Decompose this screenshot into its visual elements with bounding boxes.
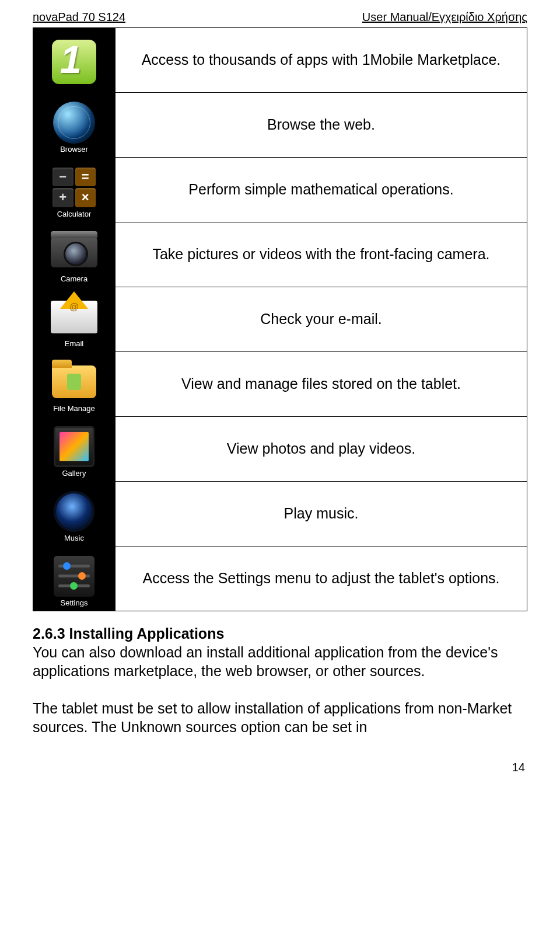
table-row: Camera Take pictures or videos with the … [33, 222, 527, 287]
table-row: Access to thousands of apps with 1Mobile… [33, 28, 527, 93]
icon-cell-1mobile [33, 28, 116, 93]
icon-cell-calculator: −=+× Calculator [33, 158, 116, 222]
header-left: novaPad 70 S124 [33, 11, 125, 24]
icon-label: Camera [61, 274, 88, 286]
table-row: Browser Browse the web. [33, 93, 527, 158]
desc-cell: View photos and play videos. [116, 417, 527, 482]
desc-cell: Access to thousands of apps with 1Mobile… [116, 28, 527, 93]
email-icon [51, 301, 97, 333]
table-row: Music Play music. [33, 482, 527, 546]
icon-cell-gallery: Gallery [33, 417, 116, 482]
table-row: −=+× Calculator Perform simple mathemati… [33, 158, 527, 222]
section-body: 2.6.3 Installing Applications You can al… [33, 624, 527, 736]
manual-page: novaPad 70 S124 User Manual/Εγχειρίδιο Χ… [0, 0, 560, 798]
icon-cell-camera: Camera [33, 222, 116, 287]
icon-label: Calculator [57, 210, 92, 221]
desc-cell: Perform simple mathematical operations. [116, 158, 527, 222]
desc-cell: Access the Settings menu to adjust the t… [116, 546, 527, 611]
globe-icon [53, 102, 95, 144]
desc-cell: View and manage files stored on the tabl… [116, 352, 527, 417]
folder-icon [52, 365, 96, 398]
table-row: Settings Access the Settings menu to adj… [33, 546, 527, 611]
table-row: Gallery View photos and play videos. [33, 417, 527, 482]
icon-label: Email [65, 339, 84, 350]
icon-label: Browser [60, 145, 88, 156]
icon-cell-music: Music [33, 482, 116, 546]
table-row: Email Check your e-mail. [33, 287, 527, 352]
desc-cell: Browse the web. [116, 93, 527, 158]
apps-table: Access to thousands of apps with 1Mobile… [33, 27, 527, 611]
gallery-icon [54, 426, 94, 467]
icon-label: Music [64, 534, 84, 545]
table-row: File Manage View and manage files stored… [33, 352, 527, 417]
paragraph: You can also download an install additio… [33, 643, 527, 680]
icon-cell-email: Email [33, 287, 116, 352]
desc-cell: Play music. [116, 482, 527, 546]
icon-cell-settings: Settings [33, 546, 116, 611]
page-number: 14 [33, 761, 527, 774]
icon-cell-browser: Browser [33, 93, 116, 158]
speaker-icon [54, 491, 94, 532]
header-right: User Manual/Εγχειρίδιο Χρήσης [362, 11, 527, 24]
icon-cell-filemanager: File Manage [33, 352, 116, 417]
desc-cell: Check your e-mail. [116, 287, 527, 352]
one-mobile-icon [52, 40, 96, 84]
paragraph: The tablet must be set to allow installa… [33, 699, 527, 736]
desc-cell: Take pictures or videos with the front-f… [116, 222, 527, 287]
icon-label: File Manage [53, 404, 95, 415]
page-header: novaPad 70 S124 User Manual/Εγχειρίδιο Χ… [33, 11, 527, 24]
settings-sliders-icon [54, 556, 94, 597]
calculator-icon: −=+× [52, 168, 96, 207]
camera-icon [51, 237, 97, 267]
icon-label: Gallery [62, 469, 86, 480]
icon-label: Settings [61, 598, 88, 610]
section-title: 2.6.3 Installing Applications [33, 625, 224, 642]
